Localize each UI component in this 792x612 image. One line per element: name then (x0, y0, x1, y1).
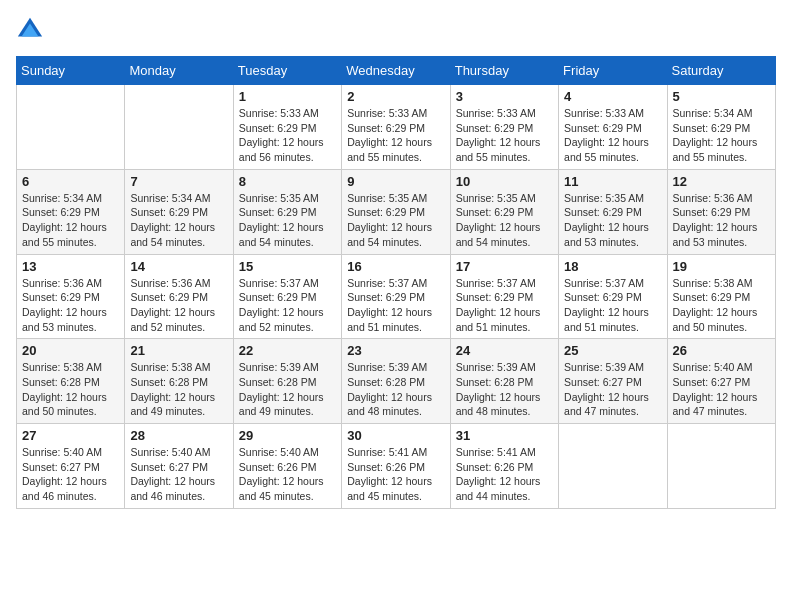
calendar-cell: 31Sunrise: 5:41 AMSunset: 6:26 PMDayligh… (450, 424, 558, 509)
week-row-3: 13Sunrise: 5:36 AMSunset: 6:29 PMDayligh… (17, 254, 776, 339)
weekday-header-sunday: Sunday (17, 57, 125, 85)
day-info: Sunrise: 5:35 AMSunset: 6:29 PMDaylight:… (347, 191, 444, 250)
calendar-cell: 20Sunrise: 5:38 AMSunset: 6:28 PMDayligh… (17, 339, 125, 424)
weekday-header-friday: Friday (559, 57, 667, 85)
calendar-cell: 10Sunrise: 5:35 AMSunset: 6:29 PMDayligh… (450, 169, 558, 254)
day-number: 11 (564, 174, 661, 189)
day-number: 30 (347, 428, 444, 443)
day-number: 31 (456, 428, 553, 443)
day-info: Sunrise: 5:40 AMSunset: 6:27 PMDaylight:… (673, 360, 770, 419)
day-info: Sunrise: 5:34 AMSunset: 6:29 PMDaylight:… (130, 191, 227, 250)
day-info: Sunrise: 5:38 AMSunset: 6:29 PMDaylight:… (673, 276, 770, 335)
day-info: Sunrise: 5:39 AMSunset: 6:28 PMDaylight:… (456, 360, 553, 419)
logo (16, 16, 48, 44)
weekday-header-thursday: Thursday (450, 57, 558, 85)
calendar-cell: 19Sunrise: 5:38 AMSunset: 6:29 PMDayligh… (667, 254, 775, 339)
calendar-cell: 15Sunrise: 5:37 AMSunset: 6:29 PMDayligh… (233, 254, 341, 339)
day-number: 5 (673, 89, 770, 104)
weekday-header-saturday: Saturday (667, 57, 775, 85)
day-info: Sunrise: 5:34 AMSunset: 6:29 PMDaylight:… (673, 106, 770, 165)
day-number: 16 (347, 259, 444, 274)
day-info: Sunrise: 5:40 AMSunset: 6:27 PMDaylight:… (130, 445, 227, 504)
calendar-cell: 8Sunrise: 5:35 AMSunset: 6:29 PMDaylight… (233, 169, 341, 254)
day-number: 1 (239, 89, 336, 104)
week-row-1: 1Sunrise: 5:33 AMSunset: 6:29 PMDaylight… (17, 85, 776, 170)
day-number: 19 (673, 259, 770, 274)
day-info: Sunrise: 5:36 AMSunset: 6:29 PMDaylight:… (673, 191, 770, 250)
day-number: 25 (564, 343, 661, 358)
day-info: Sunrise: 5:37 AMSunset: 6:29 PMDaylight:… (347, 276, 444, 335)
calendar-cell: 11Sunrise: 5:35 AMSunset: 6:29 PMDayligh… (559, 169, 667, 254)
logo-icon (16, 16, 44, 44)
day-info: Sunrise: 5:37 AMSunset: 6:29 PMDaylight:… (239, 276, 336, 335)
day-info: Sunrise: 5:38 AMSunset: 6:28 PMDaylight:… (22, 360, 119, 419)
day-info: Sunrise: 5:39 AMSunset: 6:27 PMDaylight:… (564, 360, 661, 419)
calendar-cell: 14Sunrise: 5:36 AMSunset: 6:29 PMDayligh… (125, 254, 233, 339)
weekday-header-monday: Monday (125, 57, 233, 85)
day-number: 21 (130, 343, 227, 358)
day-info: Sunrise: 5:41 AMSunset: 6:26 PMDaylight:… (347, 445, 444, 504)
calendar-cell: 12Sunrise: 5:36 AMSunset: 6:29 PMDayligh… (667, 169, 775, 254)
day-info: Sunrise: 5:37 AMSunset: 6:29 PMDaylight:… (564, 276, 661, 335)
calendar-cell: 4Sunrise: 5:33 AMSunset: 6:29 PMDaylight… (559, 85, 667, 170)
day-number: 12 (673, 174, 770, 189)
day-info: Sunrise: 5:35 AMSunset: 6:29 PMDaylight:… (239, 191, 336, 250)
day-info: Sunrise: 5:35 AMSunset: 6:29 PMDaylight:… (456, 191, 553, 250)
calendar-cell: 25Sunrise: 5:39 AMSunset: 6:27 PMDayligh… (559, 339, 667, 424)
day-number: 15 (239, 259, 336, 274)
calendar-cell: 24Sunrise: 5:39 AMSunset: 6:28 PMDayligh… (450, 339, 558, 424)
calendar-cell: 16Sunrise: 5:37 AMSunset: 6:29 PMDayligh… (342, 254, 450, 339)
day-number: 28 (130, 428, 227, 443)
day-number: 14 (130, 259, 227, 274)
week-row-4: 20Sunrise: 5:38 AMSunset: 6:28 PMDayligh… (17, 339, 776, 424)
day-number: 10 (456, 174, 553, 189)
calendar-cell (559, 424, 667, 509)
weekday-header-row: SundayMondayTuesdayWednesdayThursdayFrid… (17, 57, 776, 85)
day-info: Sunrise: 5:36 AMSunset: 6:29 PMDaylight:… (130, 276, 227, 335)
day-info: Sunrise: 5:39 AMSunset: 6:28 PMDaylight:… (239, 360, 336, 419)
calendar-cell: 3Sunrise: 5:33 AMSunset: 6:29 PMDaylight… (450, 85, 558, 170)
calendar-cell: 17Sunrise: 5:37 AMSunset: 6:29 PMDayligh… (450, 254, 558, 339)
day-info: Sunrise: 5:40 AMSunset: 6:27 PMDaylight:… (22, 445, 119, 504)
day-number: 17 (456, 259, 553, 274)
day-number: 6 (22, 174, 119, 189)
day-number: 20 (22, 343, 119, 358)
day-number: 7 (130, 174, 227, 189)
calendar-cell: 21Sunrise: 5:38 AMSunset: 6:28 PMDayligh… (125, 339, 233, 424)
calendar-cell: 7Sunrise: 5:34 AMSunset: 6:29 PMDaylight… (125, 169, 233, 254)
calendar-cell: 28Sunrise: 5:40 AMSunset: 6:27 PMDayligh… (125, 424, 233, 509)
calendar-cell: 23Sunrise: 5:39 AMSunset: 6:28 PMDayligh… (342, 339, 450, 424)
day-info: Sunrise: 5:40 AMSunset: 6:26 PMDaylight:… (239, 445, 336, 504)
day-info: Sunrise: 5:38 AMSunset: 6:28 PMDaylight:… (130, 360, 227, 419)
calendar-cell: 2Sunrise: 5:33 AMSunset: 6:29 PMDaylight… (342, 85, 450, 170)
day-number: 2 (347, 89, 444, 104)
day-info: Sunrise: 5:39 AMSunset: 6:28 PMDaylight:… (347, 360, 444, 419)
calendar-cell (17, 85, 125, 170)
day-number: 18 (564, 259, 661, 274)
day-number: 13 (22, 259, 119, 274)
calendar-cell: 29Sunrise: 5:40 AMSunset: 6:26 PMDayligh… (233, 424, 341, 509)
week-row-5: 27Sunrise: 5:40 AMSunset: 6:27 PMDayligh… (17, 424, 776, 509)
calendar-cell: 22Sunrise: 5:39 AMSunset: 6:28 PMDayligh… (233, 339, 341, 424)
calendar-cell: 26Sunrise: 5:40 AMSunset: 6:27 PMDayligh… (667, 339, 775, 424)
day-info: Sunrise: 5:37 AMSunset: 6:29 PMDaylight:… (456, 276, 553, 335)
day-number: 27 (22, 428, 119, 443)
day-number: 26 (673, 343, 770, 358)
calendar-cell: 6Sunrise: 5:34 AMSunset: 6:29 PMDaylight… (17, 169, 125, 254)
day-number: 22 (239, 343, 336, 358)
calendar-cell: 5Sunrise: 5:34 AMSunset: 6:29 PMDaylight… (667, 85, 775, 170)
calendar-cell (667, 424, 775, 509)
calendar-cell: 9Sunrise: 5:35 AMSunset: 6:29 PMDaylight… (342, 169, 450, 254)
day-info: Sunrise: 5:35 AMSunset: 6:29 PMDaylight:… (564, 191, 661, 250)
page-header (16, 16, 776, 44)
weekday-header-tuesday: Tuesday (233, 57, 341, 85)
day-info: Sunrise: 5:41 AMSunset: 6:26 PMDaylight:… (456, 445, 553, 504)
calendar-cell: 1Sunrise: 5:33 AMSunset: 6:29 PMDaylight… (233, 85, 341, 170)
week-row-2: 6Sunrise: 5:34 AMSunset: 6:29 PMDaylight… (17, 169, 776, 254)
day-info: Sunrise: 5:33 AMSunset: 6:29 PMDaylight:… (347, 106, 444, 165)
calendar-cell: 13Sunrise: 5:36 AMSunset: 6:29 PMDayligh… (17, 254, 125, 339)
calendar-cell: 30Sunrise: 5:41 AMSunset: 6:26 PMDayligh… (342, 424, 450, 509)
day-number: 8 (239, 174, 336, 189)
day-info: Sunrise: 5:34 AMSunset: 6:29 PMDaylight:… (22, 191, 119, 250)
day-number: 23 (347, 343, 444, 358)
